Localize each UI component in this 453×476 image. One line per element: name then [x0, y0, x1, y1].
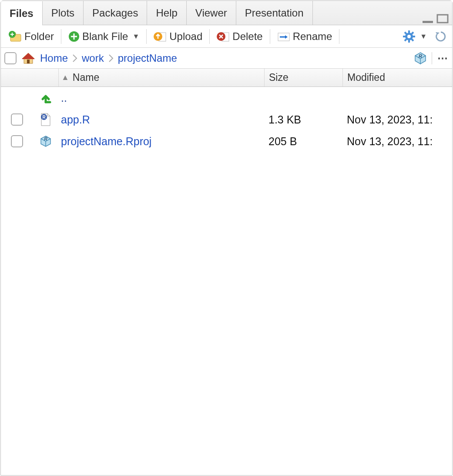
svg-text:R: R	[42, 115, 46, 120]
row-checkbox[interactable]	[11, 135, 23, 147]
new-folder-label: Folder	[24, 30, 54, 43]
refresh-icon	[435, 30, 447, 43]
chevron-right-icon	[108, 54, 114, 63]
svg-rect-1	[437, 15, 448, 23]
file-name: app.R	[61, 113, 90, 126]
sort-asc-icon: ▲	[61, 73, 69, 82]
col-name-label: Name	[73, 72, 99, 83]
file-modified: Nov 13, 2023, 11:	[347, 135, 433, 148]
col-modified-label: Modified	[347, 72, 385, 83]
more-gear-button[interactable]: ▼	[398, 28, 431, 45]
svg-point-12	[407, 35, 411, 38]
separator	[146, 29, 147, 44]
gear-icon	[403, 30, 416, 43]
file-plus-icon	[68, 31, 80, 42]
row-checkbox[interactable]	[11, 113, 23, 126]
r-script-icon: R	[40, 113, 52, 126]
separator	[209, 29, 210, 44]
svg-text:R: R	[44, 136, 47, 141]
separator	[61, 29, 61, 44]
col-header-name[interactable]: ▲ Name	[58, 69, 264, 87]
tab-help[interactable]: Help	[147, 1, 186, 25]
separator	[270, 29, 270, 44]
chevron-right-icon	[72, 54, 77, 63]
new-blank-file-label: Blank File	[82, 30, 128, 43]
file-list: .. R app.R 1.3 KB Nov 13, 2023, 11: R pr…	[1, 87, 452, 475]
svg-rect-13	[27, 60, 30, 63]
breadcrumb-work[interactable]: work	[82, 52, 104, 64]
toolbar: Folder Blank File ▼ Upload Delete	[1, 25, 452, 48]
table-header: ▲ Name Size Modified	[1, 69, 452, 87]
file-row[interactable]: R app.R 1.3 KB Nov 13, 2023, 11:	[1, 109, 452, 130]
breadcrumb-home[interactable]: Home	[40, 52, 68, 64]
rename-icon	[277, 31, 290, 42]
tab-files[interactable]: Files	[1, 1, 43, 26]
home-icon[interactable]	[21, 52, 36, 65]
delete-label: Delete	[232, 30, 262, 43]
upload-button[interactable]: Upload	[149, 29, 207, 44]
minimize-icon[interactable]	[422, 15, 434, 23]
breadcrumb: Home work projectName R ⋯	[1, 48, 452, 69]
refresh-button[interactable]	[433, 29, 449, 44]
maximize-icon[interactable]	[436, 14, 449, 23]
files-pane: Files Plots Packages Help Viewer Present…	[0, 0, 453, 476]
svg-text:R: R	[419, 53, 422, 59]
col-header-modified[interactable]: Modified	[342, 69, 452, 87]
file-row[interactable]: R projectName.Rproj 205 B Nov 13, 2023, …	[1, 130, 452, 152]
file-modified: Nov 13, 2023, 11:	[347, 113, 433, 126]
delete-icon	[217, 31, 230, 42]
tab-viewer[interactable]: Viewer	[187, 1, 236, 25]
svg-rect-0	[423, 21, 433, 23]
rproj-file-icon: R	[39, 135, 52, 148]
up-arrow-icon	[40, 92, 52, 104]
parent-dir-label: ..	[61, 92, 67, 104]
select-all-checkbox[interactable]	[4, 52, 17, 64]
rename-button[interactable]: Rename	[273, 29, 337, 44]
tab-packages[interactable]: Packages	[84, 1, 147, 25]
chevron-down-icon: ▼	[132, 33, 139, 40]
upload-label: Upload	[169, 30, 202, 43]
upload-icon	[154, 31, 167, 42]
col-size-label: Size	[269, 72, 289, 83]
tab-plots[interactable]: Plots	[43, 1, 84, 25]
chevron-down-icon: ▼	[420, 33, 427, 40]
breadcrumb-projectname[interactable]: projectName	[118, 52, 177, 64]
parent-dir-row[interactable]: ..	[1, 87, 452, 109]
folder-plus-icon	[9, 31, 22, 42]
tab-presentation[interactable]: Presentation	[236, 1, 313, 25]
new-folder-button[interactable]: Folder	[4, 29, 58, 44]
rproj-cube-icon[interactable]: R	[413, 51, 427, 65]
file-name: projectName.Rproj	[61, 135, 151, 148]
file-size: 1.3 KB	[268, 113, 301, 126]
rename-label: Rename	[293, 30, 332, 43]
col-header-size[interactable]: Size	[264, 69, 342, 87]
delete-button[interactable]: Delete	[212, 29, 267, 44]
more-actions-button[interactable]: ⋯	[432, 52, 449, 64]
new-blank-file-button[interactable]: Blank File ▼	[64, 29, 144, 44]
separator	[339, 29, 339, 44]
file-size: 205 B	[268, 135, 297, 148]
tabs-row: Files Plots Packages Help Viewer Present…	[1, 1, 452, 25]
